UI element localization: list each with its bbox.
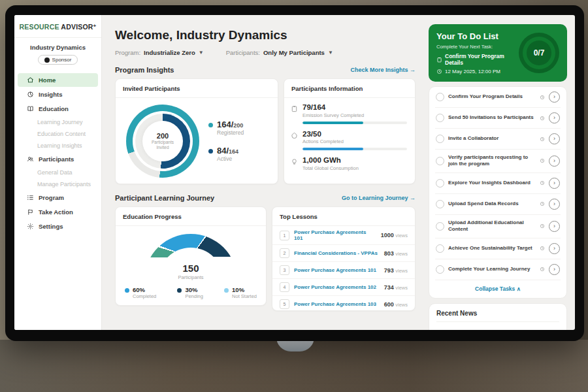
lesson-link[interactable]: Power Purchase Agreements 103 <box>294 301 380 307</box>
education-progress-card-title: Education Progress <box>116 207 266 226</box>
logo-plus: + <box>93 23 97 29</box>
task-checkbox[interactable] <box>436 200 444 208</box>
program-insights-title: Program Insights <box>115 66 174 74</box>
monitor-bezel: RESOURCE ADVISOR+ Industry Dynamics Spon… <box>5 5 584 341</box>
lesson-row[interactable]: 4 Power Purchase Agreements 102 734 view… <box>272 279 415 296</box>
task-row[interactable]: Complete Your Learning Journey › <box>435 259 561 280</box>
sidebar-item-manage-participants[interactable]: Manage Participants <box>14 178 101 190</box>
sidebar-item-education[interactable]: Education <box>18 102 98 116</box>
task-row[interactable]: Explore Your Insights Dashboard › <box>435 173 561 194</box>
todo-progress-ring: 0/7 <box>519 33 559 73</box>
lesson-row[interactable]: 3 Power Purchase Agreements 101 793 view… <box>272 262 415 279</box>
top-lessons-card-title: Top Lessons <box>272 207 415 226</box>
task-row[interactable]: Achieve One Sustainability Target › <box>435 238 561 259</box>
top-lessons-card: Top Lessons 1 Power Purchase Agreements … <box>272 206 416 311</box>
clock-icon <box>540 95 545 100</box>
leaf-icon <box>291 132 298 139</box>
chevron-down-icon: ▼ <box>199 50 204 56</box>
task-row[interactable]: Invite a Collaborator › <box>435 129 561 150</box>
task-checkbox[interactable] <box>436 93 444 101</box>
task-go-button[interactable]: › <box>549 133 560 144</box>
page-title: Welcome, Industry Dynamics <box>115 28 416 42</box>
logo-primary: RESOURCE <box>20 23 59 31</box>
sidebar-item-label: Settings <box>39 223 63 230</box>
participants-icon <box>27 155 34 163</box>
sidebar-item-learning-journey[interactable]: Learning Journey <box>14 116 101 128</box>
task-row[interactable]: Verify participants requesting to join t… <box>435 150 561 173</box>
task-row[interactable]: Upload Spend Data Records › <box>435 194 561 215</box>
sidebar-item-general-data[interactable]: General Data <box>14 167 101 178</box>
todo-title: Your To Do List <box>436 31 514 41</box>
lesson-link[interactable]: Power Purchase Agreements 101 <box>294 229 376 241</box>
sidebar-item-education-content[interactable]: Education Content <box>14 128 101 140</box>
legend-item-registered: 164/200 Registered <box>208 120 244 136</box>
task-label: Explore Your Insights Dashboard <box>448 180 536 186</box>
sidebar-nav: Home Insights Education Learning Journey… <box>14 73 101 233</box>
participants-information-card-title: Participants Information <box>284 79 415 98</box>
go-to-learning-journey-link[interactable]: Go to Learning Journey → <box>342 195 416 201</box>
task-go-button[interactable]: › <box>549 112 560 123</box>
invited-participants-card: Invited Participants 200 Participants In… <box>115 78 278 184</box>
take-action-icon <box>27 208 34 216</box>
task-label: Complete Your Learning Journey <box>448 266 536 272</box>
participants-filter[interactable]: Participants: Only My Participants ▼ <box>226 49 333 56</box>
sidebar-item-learning-insights[interactable]: Learning Insights <box>14 140 101 152</box>
task-checkbox[interactable] <box>436 135 444 143</box>
lesson-rank: 1 <box>280 231 289 240</box>
lesson-row[interactable]: 1 Power Purchase Agreements 101 1000 vie… <box>272 226 415 245</box>
lesson-link[interactable]: Power Purchase Agreements 101 <box>294 267 380 273</box>
lesson-link[interactable]: Power Purchase Agreements 102 <box>294 284 380 290</box>
todo-progress-value: 0/7 <box>534 48 545 57</box>
task-go-button[interactable]: › <box>549 91 560 103</box>
sidebar-item-insights[interactable]: Insights <box>18 88 98 101</box>
task-row[interactable]: Confirm Your Program Details › <box>435 87 561 108</box>
program-filter[interactable]: Program: Industrialize Zero ▼ <box>115 49 204 56</box>
clipboard-icon <box>436 57 442 63</box>
todo-due-date: 12 May 2025, 12:00 PM <box>436 69 514 74</box>
task-checkbox[interactable] <box>436 114 444 122</box>
task-go-button[interactable]: › <box>549 155 560 167</box>
task-checkbox[interactable] <box>436 157 444 165</box>
task-label: Achieve One Sustainability Target <box>448 245 536 252</box>
task-go-button[interactable]: › <box>549 178 560 189</box>
lesson-row[interactable]: 2 Financial Considerations - VPPAs 803 v… <box>272 245 415 262</box>
gauge-center-label: Participants <box>178 274 203 280</box>
participants-filter-label: Participants: <box>226 49 260 56</box>
legend-item-not-started: 10%Not Started <box>224 287 257 299</box>
lesson-row[interactable]: 5 Power Purchase Agreements 103 600 view… <box>272 296 415 312</box>
actions-progress-bar <box>302 148 407 150</box>
task-checkbox[interactable] <box>436 222 444 231</box>
todo-panel: Your To Do List Complete Your Next Task:… <box>425 15 575 330</box>
app-logo: RESOURCE ADVISOR+ <box>14 23 101 31</box>
task-go-button[interactable]: › <box>549 264 560 275</box>
legend-dot <box>125 288 129 293</box>
legend-item-completed: 60%Completed <box>125 287 156 299</box>
lesson-link[interactable]: Financial Considerations - VPPAs <box>294 250 380 256</box>
home-icon <box>27 76 34 84</box>
collapse-tasks-link[interactable]: Collapse Tasks ∧ <box>435 280 561 298</box>
education-progress-gauge-chart: 150 Participants <box>144 234 237 280</box>
task-row[interactable]: Send 50 Invitations to Participants › <box>435 108 561 129</box>
sponsor-badge[interactable]: Sponsor <box>38 55 78 65</box>
emission-survey-progress-bar <box>302 122 407 124</box>
task-go-button[interactable]: › <box>549 243 560 254</box>
task-checkbox[interactable] <box>436 265 444 274</box>
legend-item-active: 84/164 Active <box>208 146 244 162</box>
sidebar-item-home[interactable]: Home <box>18 73 98 87</box>
sidebar-item-take-action[interactable]: Take Action <box>18 205 98 219</box>
sidebar-item-program[interactable]: Program <box>18 191 98 204</box>
task-checkbox[interactable] <box>436 179 444 188</box>
sidebar-item-participants[interactable]: Participants <box>18 152 98 166</box>
program-icon <box>27 194 34 201</box>
survey-icon <box>291 105 298 112</box>
dashboard-screen: RESOURCE ADVISOR+ Industry Dynamics Spon… <box>14 15 575 330</box>
task-go-button[interactable]: › <box>549 221 560 232</box>
task-label: Send 50 Invitations to Participants <box>448 114 536 121</box>
task-checkbox[interactable] <box>436 244 444 253</box>
lesson-rank: 4 <box>280 282 289 292</box>
task-row[interactable]: Upload Additional Educational Content › <box>435 215 561 238</box>
check-more-insights-link[interactable]: Check More Insights → <box>350 67 416 73</box>
todo-next-task: Confirm Your Program Details <box>436 53 514 66</box>
task-go-button[interactable]: › <box>549 199 560 210</box>
sidebar-item-settings[interactable]: Settings <box>18 220 98 233</box>
